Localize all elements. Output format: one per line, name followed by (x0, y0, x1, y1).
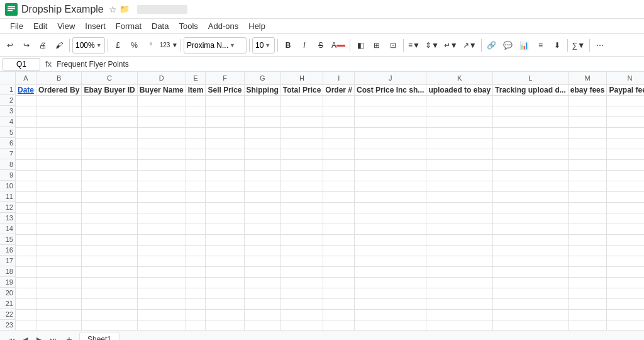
row-num-22[interactable]: 22 (0, 309, 15, 320)
row-num-18[interactable]: 18 (0, 266, 15, 277)
col-header-E[interactable]: E (186, 72, 206, 84)
col-header-N[interactable]: N (607, 72, 644, 84)
cell-A4[interactable] (16, 116, 36, 127)
fill-color-button[interactable]: ◧ (353, 37, 368, 54)
menu-help[interactable]: Help (243, 20, 270, 32)
cell-F1[interactable]: Sell Price (206, 84, 244, 95)
row-num-4[interactable]: 4 (0, 116, 15, 127)
row-num-16[interactable]: 16 (0, 245, 15, 256)
row-num-20[interactable]: 20 (0, 288, 15, 298)
cell-H2[interactable] (280, 95, 323, 106)
cell-C2[interactable] (82, 95, 137, 106)
row-num-13[interactable]: 13 (0, 213, 15, 224)
merge-button[interactable]: ⊡ (386, 37, 401, 54)
sheet-tab-sheet1[interactable]: Sheet1 (79, 332, 119, 341)
print-button[interactable]: 🖨 (35, 37, 50, 54)
link-button[interactable]: 🔗 (484, 37, 499, 54)
col-header-C[interactable]: C (82, 72, 137, 84)
cell-D2[interactable] (137, 95, 186, 106)
cell-L2[interactable] (493, 95, 569, 106)
menu-tools[interactable]: Tools (174, 20, 203, 32)
cell-C1[interactable]: Ebay Buyer ID (82, 84, 137, 95)
sheet-nav-next[interactable]: ▶ (33, 334, 45, 341)
row-num-12[interactable]: 12 (0, 202, 15, 213)
row-num-7[interactable]: 7 (0, 149, 15, 159)
font-color-button[interactable]: A (330, 37, 347, 54)
cell-A15[interactable] (16, 234, 36, 245)
filter-view-button[interactable]: ⬇ (550, 37, 565, 54)
sheet-nav-prev[interactable]: ◀ (19, 334, 31, 341)
bold-button[interactable]: B (280, 37, 296, 54)
col-header-B[interactable]: B (36, 72, 82, 84)
cell-F2[interactable] (206, 95, 244, 106)
row-num-21[interactable]: 21 (0, 298, 15, 309)
cell-A22[interactable] (16, 309, 36, 320)
cell-G2[interactable] (244, 95, 280, 106)
row-num-15[interactable]: 15 (0, 234, 15, 245)
col-header-I[interactable]: I (323, 72, 355, 84)
menu-data[interactable]: Data (147, 20, 174, 32)
cell-E1[interactable]: Item (186, 84, 206, 95)
cell-I2[interactable] (323, 95, 355, 106)
menu-file[interactable]: File (5, 20, 28, 32)
row-num-14[interactable]: 14 (0, 224, 15, 234)
redo-button[interactable]: ↪ (19, 37, 34, 54)
font-size-dropdown[interactable]: 10 ▼ (252, 37, 275, 54)
percent-button[interactable]: % (127, 37, 142, 54)
cell-D1[interactable]: Buyer Name (137, 84, 186, 95)
menu-view[interactable]: View (52, 20, 80, 32)
cell-M2[interactable] (568, 95, 607, 106)
col-header-K[interactable]: K (426, 72, 493, 84)
cell-I1[interactable]: Order # (323, 84, 355, 95)
formula-input[interactable] (57, 58, 641, 71)
cell-A11[interactable] (16, 191, 36, 202)
zoom-dropdown[interactable]: 100% ▼ (72, 37, 105, 54)
cell-B1[interactable]: Ordered By (36, 84, 82, 95)
row-num-19[interactable]: 19 (0, 277, 15, 288)
cell-K1[interactable]: uploaded to ebay (426, 84, 493, 95)
format-painter-button[interactable]: 🖌 (52, 37, 67, 54)
row-num-10[interactable]: 10 (0, 181, 15, 191)
col-header-M[interactable]: M (568, 72, 607, 84)
cell-M1[interactable]: ebay fees (568, 84, 607, 95)
sheet-nav-last[interactable]: ⏭ (47, 334, 59, 341)
row-num-8[interactable]: 8 (0, 159, 15, 170)
valign-button[interactable]: ⇕▼ (423, 37, 441, 54)
font-name-dropdown[interactable]: Proxima N... ▼ (184, 37, 247, 54)
cell-A7[interactable] (16, 149, 36, 159)
row-num-3[interactable]: 3 (0, 106, 15, 116)
col-header-J[interactable]: J (355, 72, 426, 84)
row-num-11[interactable]: 11 (0, 191, 15, 202)
cell-A5[interactable] (16, 127, 36, 138)
halign-button[interactable]: ≡▼ (406, 37, 422, 54)
chart-button[interactable]: 📊 (517, 37, 532, 54)
filter-button[interactable]: ≡ (533, 37, 548, 54)
cell-B2[interactable] (36, 95, 82, 106)
cell-L1[interactable]: Tracking upload d... (493, 84, 569, 95)
row-num-2[interactable]: 2 (0, 95, 15, 106)
row-num-9[interactable]: 9 (0, 170, 15, 181)
cell-A3[interactable] (16, 106, 36, 116)
cell-N2[interactable] (607, 95, 644, 106)
cell-A10[interactable] (16, 181, 36, 191)
row-num-17[interactable]: 17 (0, 256, 15, 266)
col-header-L[interactable]: L (493, 72, 569, 84)
row-num-23[interactable]: 23 (0, 320, 15, 330)
cell-J1[interactable]: Cost Price Inc sh... (355, 84, 426, 95)
cell-A16[interactable] (16, 245, 36, 256)
cell-A14[interactable] (16, 224, 36, 234)
more-button[interactable]: ⋯ (592, 37, 608, 54)
cell-reference-input[interactable] (3, 58, 40, 71)
cell-A20[interactable] (16, 288, 36, 298)
decimal-places-button[interactable]: ⁰ (143, 37, 158, 54)
undo-button[interactable]: ↩ (3, 37, 18, 54)
cell-A12[interactable] (16, 202, 36, 213)
col-header-A[interactable]: A (16, 72, 36, 84)
menu-edit[interactable]: Edit (28, 20, 52, 32)
cell-A13[interactable] (16, 213, 36, 224)
cell-A8[interactable] (16, 159, 36, 170)
menu-format[interactable]: Format (111, 20, 147, 32)
borders-button[interactable]: ⊞ (369, 37, 384, 54)
col-header-F[interactable]: F (206, 72, 244, 84)
col-header-G[interactable]: G (244, 72, 280, 84)
